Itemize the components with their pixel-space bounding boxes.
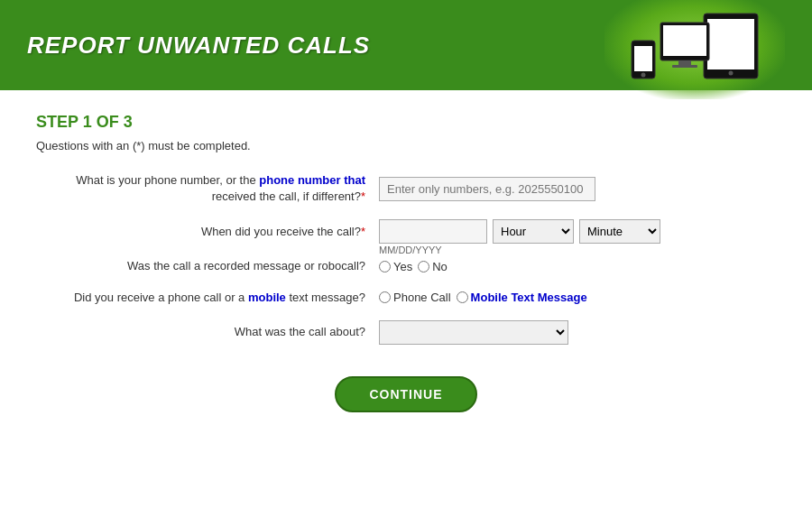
calltype-row: Did you receive a phone call or a mobile… xyxy=(36,290,776,306)
phone-input[interactable] xyxy=(379,177,595,201)
about-control-area: Debt Collection Telemarketing Scam/Fraud… xyxy=(379,320,776,345)
calltype-control-area: Phone Call Mobile Text Message xyxy=(379,291,776,304)
about-row: What was the call about? Debt Collection… xyxy=(36,320,776,345)
phone-label: What is your phone number, or the phone … xyxy=(36,172,379,205)
page-title: REPORT UNWANTED CALLS xyxy=(27,32,370,60)
phone-row: What is your phone number, or the phone … xyxy=(36,172,776,205)
minute-select[interactable]: Minute 00153045 xyxy=(579,219,660,244)
calltype-radio-group: Phone Call Mobile Text Message xyxy=(379,291,587,304)
svg-rect-7 xyxy=(663,25,706,56)
instructions: Questions with an (*) must be completed. xyxy=(36,139,776,152)
date-input[interactable] xyxy=(379,219,487,244)
robocall-no-radio[interactable] xyxy=(418,261,429,272)
robocall-control-area: Yes No xyxy=(379,260,776,273)
date-row: When did you receive the call?* MM/DD/YY… xyxy=(36,219,776,244)
svg-rect-4 xyxy=(707,19,754,69)
svg-point-2 xyxy=(641,73,646,78)
device-icons-area xyxy=(604,0,785,99)
robocall-label: Was the call a recorded message or roboc… xyxy=(36,258,379,274)
form-section: What is your phone number, or the phone … xyxy=(36,172,776,345)
svg-rect-9 xyxy=(672,65,697,68)
svg-rect-8 xyxy=(678,60,691,65)
robocall-no-label[interactable]: No xyxy=(418,260,448,273)
phonecall-radio[interactable] xyxy=(379,291,391,303)
about-label: What was the call about? xyxy=(36,324,379,340)
calltype-label: Did you receive a phone call or a mobile… xyxy=(36,290,379,306)
robocall-yes-radio[interactable] xyxy=(379,261,391,272)
robocall-yes-label[interactable]: Yes xyxy=(379,260,412,273)
mobiletext-radio[interactable] xyxy=(457,291,468,303)
robocall-radio-group: Yes No xyxy=(379,260,448,273)
hour-select[interactable]: Hour 1234 5678 9101112 xyxy=(493,219,574,244)
date-wrapper: MM/DD/YYYY xyxy=(379,219,487,244)
svg-point-5 xyxy=(729,71,734,76)
phonecall-label[interactable]: Phone Call xyxy=(379,291,451,304)
robocall-row: Was the call a recorded message or roboc… xyxy=(36,258,776,274)
about-select[interactable]: Debt Collection Telemarketing Scam/Fraud… xyxy=(379,320,568,345)
date-hint: MM/DD/YYYY xyxy=(379,245,442,255)
svg-rect-1 xyxy=(634,46,652,71)
phone-control-area xyxy=(379,177,776,201)
date-label: When did you receive the call?* xyxy=(36,224,379,240)
device-icons xyxy=(623,5,767,86)
main-content: STEP 1 OF 3 Questions with an (*) must b… xyxy=(0,90,812,430)
header-banner: REPORT UNWANTED CALLS xyxy=(0,0,812,90)
mobiletext-label[interactable]: Mobile Text Message xyxy=(457,291,587,304)
step-label: STEP 1 OF 3 xyxy=(36,113,776,132)
continue-button[interactable]: CONTINUE xyxy=(335,376,476,412)
button-row: CONTINUE xyxy=(36,376,776,412)
date-control-area: MM/DD/YYYY Hour 1234 5678 9101112 Minute… xyxy=(379,219,776,244)
